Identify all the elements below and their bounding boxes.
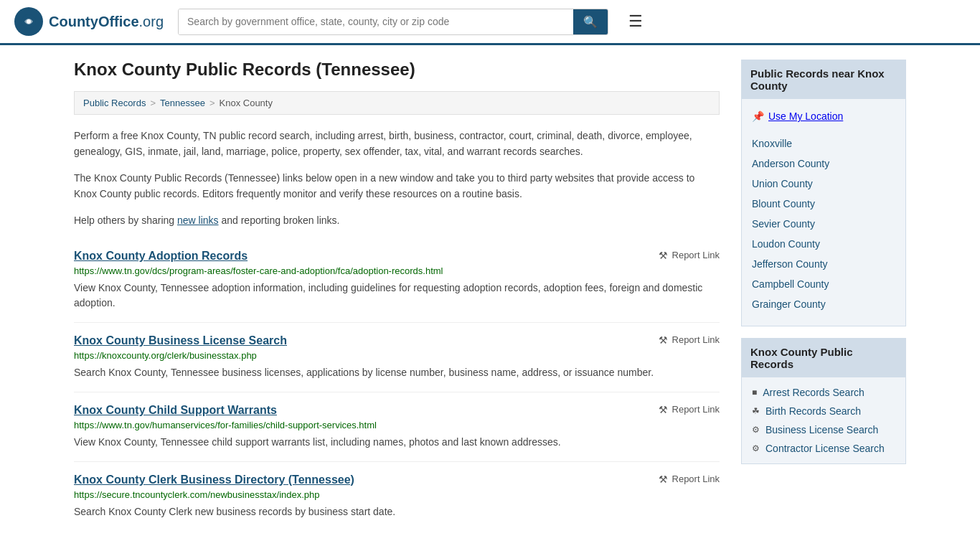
record-url-0: https://www.tn.gov/dcs/program-areas/fos… — [74, 265, 720, 276]
nearby-link-1[interactable]: Anderson County — [742, 154, 905, 174]
nearby-item: Jefferson County — [742, 254, 905, 274]
main-container: Knox County Public Records (Tennessee) P… — [60, 45, 920, 545]
new-links-link[interactable]: new links — [177, 215, 219, 226]
nearby-item: Campbell County — [742, 274, 905, 294]
logo-icon — [14, 7, 43, 36]
breadcrumb-knox-county: Knox County — [220, 98, 273, 108]
sidebar-record-item: ■ Arrest Records Search — [742, 383, 905, 402]
record-title-2[interactable]: Knox County Child Support Warrants — [74, 404, 277, 417]
records-list: Knox County Adoption Records ⚒ Report Li… — [74, 238, 720, 531]
record-item: Knox County Business License Search ⚒ Re… — [74, 323, 720, 392]
nearby-item: Knoxville — [742, 133, 905, 154]
nearby-item: Anderson County — [742, 154, 905, 174]
sidebar: Public Records near Knox County 📌 Use My… — [741, 60, 906, 531]
nearby-link-6[interactable]: Jefferson County — [742, 254, 905, 274]
sidebar-nearby-title: Public Records near Knox County — [742, 60, 905, 99]
main-content: Knox County Public Records (Tennessee) P… — [74, 60, 720, 531]
report-link-1[interactable]: ⚒ Report Link — [659, 334, 720, 346]
use-my-location-link[interactable]: Use My Location — [768, 110, 843, 122]
report-link-0[interactable]: ⚒ Report Link — [659, 250, 720, 261]
logo-text: CountyOffice.org — [49, 14, 164, 30]
nearby-item: Blount County — [742, 194, 905, 214]
sidebar-records-section: Knox County Public Records ■ Arrest Reco… — [741, 338, 906, 464]
location-icon: 📌 — [752, 110, 764, 122]
use-my-location[interactable]: 📌 Use My Location — [742, 105, 905, 128]
nearby-link-8[interactable]: Grainger County — [742, 294, 905, 314]
sidebar-record-icon-3: ⚙ — [752, 443, 760, 453]
svg-point-1 — [27, 19, 31, 24]
sidebar-records-title: Knox County Public Records — [742, 339, 905, 377]
report-link-2[interactable]: ⚒ Report Link — [659, 404, 720, 415]
report-icon-2: ⚒ — [659, 404, 668, 415]
breadcrumb-public-records[interactable]: Public Records — [83, 98, 146, 108]
logo-link[interactable]: CountyOffice.org — [14, 7, 164, 36]
sidebar-record-item: ☘ Birth Records Search — [742, 402, 905, 420]
sidebar-record-item: ⚙ Contractor License Search — [742, 439, 905, 458]
sidebar-record-icon-2: ⚙ — [752, 425, 760, 435]
record-title-3[interactable]: Knox County Clerk Business Directory (Te… — [74, 474, 354, 486]
record-url-1: https://knoxcounty.org/clerk/businesstax… — [74, 350, 720, 361]
record-title-0[interactable]: Knox County Adoption Records — [74, 250, 248, 263]
record-item: Knox County Adoption Records ⚒ Report Li… — [74, 238, 720, 323]
record-url-3: https://secure.tncountyclerk.com/newbusi… — [74, 489, 720, 500]
description-2: The Knox County Public Records (Tennesse… — [74, 170, 720, 202]
sidebar-records-list: ■ Arrest Records Search ☘ Birth Records … — [742, 377, 905, 463]
breadcrumb: Public Records > Tennessee > Knox County — [74, 91, 720, 115]
record-title-1[interactable]: Knox County Business License Search — [74, 334, 287, 347]
nearby-link-5[interactable]: Loudon County — [742, 234, 905, 254]
search-bar: 🔍 — [178, 9, 608, 35]
sidebar-record-item: ⚙ Business License Search — [742, 420, 905, 439]
nearby-item: Union County — [742, 174, 905, 194]
page-title: Knox County Public Records (Tennessee) — [74, 60, 720, 80]
nearby-item: Grainger County — [742, 294, 905, 314]
nearby-item: Loudon County — [742, 234, 905, 254]
search-button[interactable]: 🔍 — [573, 9, 608, 34]
sidebar-record-link-2[interactable]: Business License Search — [765, 424, 878, 435]
nearby-counties-list: KnoxvilleAnderson CountyUnion CountyBlou… — [742, 128, 905, 320]
record-desc-3: Search Knox County Clerk new business re… — [74, 504, 720, 519]
breadcrumb-tennessee[interactable]: Tennessee — [160, 98, 205, 108]
description-1: Perform a free Knox County, TN public re… — [74, 128, 720, 160]
record-desc-0: View Knox County, Tennessee adoption inf… — [74, 281, 720, 311]
search-input[interactable] — [179, 9, 573, 34]
menu-button[interactable]: ☰ — [623, 9, 649, 34]
report-link-3[interactable]: ⚒ Report Link — [659, 474, 720, 485]
nearby-link-3[interactable]: Blount County — [742, 194, 905, 214]
record-item: Knox County Child Support Warrants ⚒ Rep… — [74, 392, 720, 462]
nearby-link-7[interactable]: Campbell County — [742, 274, 905, 294]
description-3: Help others by sharing new links and rep… — [74, 212, 720, 228]
sidebar-nearby-section: Public Records near Knox County 📌 Use My… — [741, 60, 906, 326]
nearby-link-4[interactable]: Sevier County — [742, 214, 905, 234]
sidebar-record-link-3[interactable]: Contractor License Search — [765, 443, 885, 454]
record-desc-1: Search Knox County, Tennessee business l… — [74, 365, 720, 380]
record-desc-2: View Knox County, Tennessee child suppor… — [74, 435, 720, 450]
record-url-2: https://www.tn.gov/humanservices/for-fam… — [74, 420, 720, 430]
search-icon: 🔍 — [583, 16, 598, 28]
site-header: CountyOffice.org 🔍 ☰ — [0, 0, 980, 45]
nearby-link-2[interactable]: Union County — [742, 174, 905, 194]
sidebar-record-link-1[interactable]: Birth Records Search — [765, 405, 861, 417]
nearby-item: Sevier County — [742, 214, 905, 234]
nearby-link-0[interactable]: Knoxville — [742, 133, 905, 154]
sidebar-record-link-0[interactable]: Arrest Records Search — [763, 387, 864, 398]
breadcrumb-sep-2: > — [209, 98, 215, 108]
report-icon-1: ⚒ — [659, 334, 668, 346]
menu-icon: ☰ — [628, 12, 643, 30]
sidebar-record-icon-1: ☘ — [752, 406, 760, 416]
breadcrumb-sep-1: > — [150, 98, 156, 108]
record-item: Knox County Clerk Business Directory (Te… — [74, 462, 720, 531]
report-icon-3: ⚒ — [659, 474, 668, 485]
report-icon-0: ⚒ — [659, 250, 668, 261]
sidebar-record-icon-0: ■ — [752, 387, 757, 397]
